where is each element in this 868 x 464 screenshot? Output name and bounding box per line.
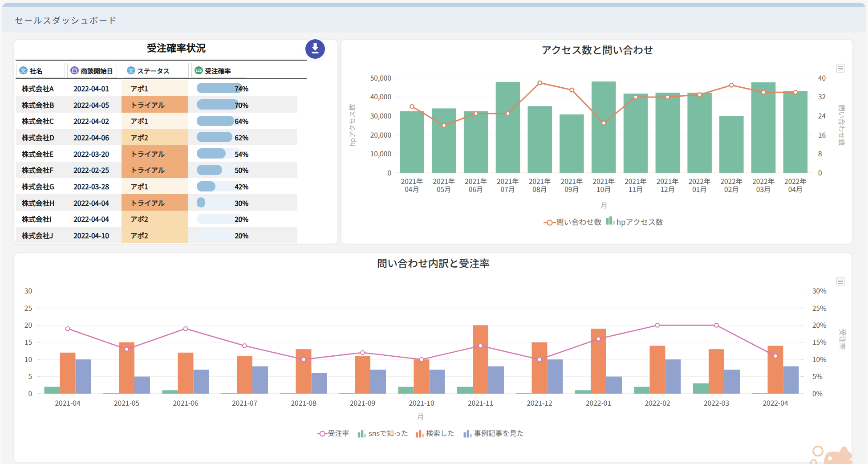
svg-text:07月: 07月 <box>501 184 515 194</box>
svg-text:2021-10: 2021-10 <box>409 398 434 407</box>
svg-text:2021-04: 2021-04 <box>55 398 81 407</box>
svg-text:検索した: 検索した <box>426 427 454 438</box>
svg-text:40,000: 40,000 <box>370 91 391 101</box>
svg-text:2021-11: 2021-11 <box>468 398 493 407</box>
svg-text:2021-07: 2021-07 <box>232 398 257 407</box>
svg-text:5%: 5% <box>812 371 823 381</box>
svg-text:08月: 08月 <box>532 184 547 194</box>
svg-text:問い合わせ数: 問い合わせ数 <box>556 216 602 227</box>
svg-text:20,000: 20,000 <box>370 130 391 139</box>
svg-text:11月: 11月 <box>629 184 643 194</box>
svg-text:24: 24 <box>818 110 826 120</box>
svg-text:0%: 0% <box>812 388 823 398</box>
svg-text:アクセス数と問い合わせ: アクセス数と問い合わせ <box>541 42 653 57</box>
svg-text:受注率: 受注率 <box>328 427 349 438</box>
svg-text:0: 0 <box>387 167 391 177</box>
svg-text:0: 0 <box>28 388 32 398</box>
svg-text:06月: 06月 <box>469 184 483 194</box>
svg-text:20%: 20% <box>812 320 826 330</box>
svg-text:hpアクセス数: hpアクセス数 <box>347 104 357 147</box>
svg-text:03月: 03月 <box>756 184 771 194</box>
svg-text:2022-04: 2022-04 <box>763 398 788 407</box>
svg-text:hpアクセス数: hpアクセス数 <box>617 216 663 227</box>
svg-text:月: 月 <box>417 411 424 421</box>
svg-text:snsで知った: snsで知った <box>369 427 408 438</box>
svg-text:2021-08: 2021-08 <box>291 398 316 407</box>
svg-text:20: 20 <box>24 320 32 330</box>
svg-text:15%: 15% <box>812 337 826 346</box>
svg-text:05月: 05月 <box>437 184 451 194</box>
svg-text:2021-09: 2021-09 <box>350 398 375 407</box>
svg-text:0: 0 <box>818 167 822 177</box>
svg-text:10%: 10% <box>812 354 826 364</box>
svg-text:受注率: 受注率 <box>838 329 848 350</box>
svg-text:12月: 12月 <box>660 184 675 194</box>
svg-text:25%: 25% <box>812 303 826 313</box>
svg-text:2021-05: 2021-05 <box>114 398 139 407</box>
svg-text:09月: 09月 <box>564 184 579 194</box>
svg-text:01月: 01月 <box>692 184 707 194</box>
svg-text:16: 16 <box>818 130 826 139</box>
svg-text:10: 10 <box>24 354 32 364</box>
svg-text:2021-06: 2021-06 <box>173 398 199 407</box>
svg-text:15: 15 <box>24 337 32 346</box>
svg-text:30%: 30% <box>812 285 826 295</box>
svg-text:2022-02: 2022-02 <box>645 398 670 407</box>
svg-text:02月: 02月 <box>724 184 739 194</box>
svg-text:月: 月 <box>600 200 608 210</box>
svg-text:2021-12: 2021-12 <box>527 398 552 407</box>
svg-text:8: 8 <box>818 148 822 158</box>
svg-text:10,000: 10,000 <box>370 148 391 158</box>
svg-text:04月: 04月 <box>405 184 419 194</box>
svg-text:30,000: 30,000 <box>370 110 391 120</box>
svg-text:事例記事を見た: 事例記事を見た <box>474 427 524 438</box>
svg-text:10月: 10月 <box>596 184 611 194</box>
svg-text:問い合わせ内訳と受注率: 問い合わせ内訳と受注率 <box>377 255 490 270</box>
svg-text:32: 32 <box>818 91 826 101</box>
svg-text:40: 40 <box>818 73 826 82</box>
svg-text:25: 25 <box>24 303 32 313</box>
svg-text:50,000: 50,000 <box>370 73 391 82</box>
svg-text:2022-01: 2022-01 <box>586 398 611 407</box>
svg-text:問い合わせ数: 問い合わせ数 <box>837 104 847 146</box>
svg-text:30: 30 <box>24 285 32 295</box>
svg-text:5: 5 <box>28 371 32 381</box>
svg-text:04月: 04月 <box>788 184 803 194</box>
svg-text:2022-03: 2022-03 <box>704 398 729 407</box>
